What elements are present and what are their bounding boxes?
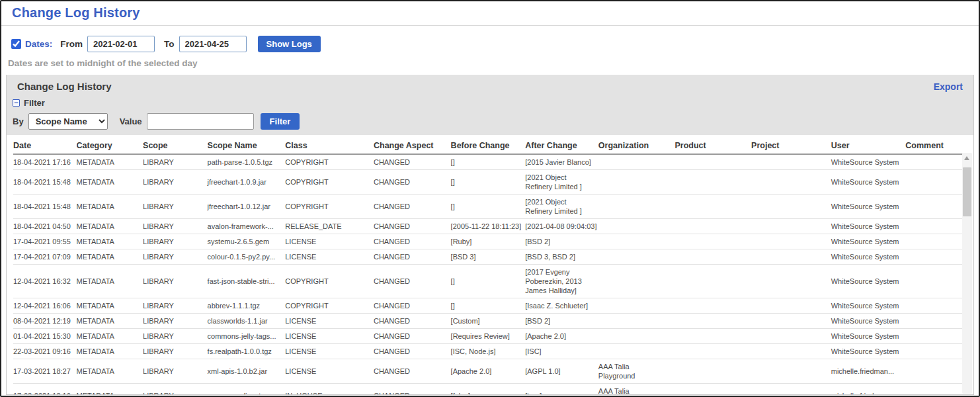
vertical-scrollbar[interactable] [962, 153, 972, 394]
column-header-scope[interactable]: Scope [143, 138, 208, 154]
filter-by-label: By [13, 116, 24, 126]
export-link[interactable]: Export [934, 81, 963, 92]
table-row[interactable]: 17-03-2021 18:27METADATALIBRARYxml-apis-… [13, 359, 971, 384]
table-row[interactable]: 17-04-2021 07:09METADATALIBRARYcolour-0.… [13, 249, 971, 265]
panel-title-row: Change Log History Export [13, 81, 963, 92]
cell-scope: LIBRARY [143, 384, 208, 395]
cell-comment [905, 298, 971, 314]
cell-product [674, 170, 751, 195]
dates-checkbox[interactable] [11, 39, 21, 49]
cell-category: METADATA [77, 359, 143, 384]
table-row[interactable]: 18-04-2021 15:48METADATALIBRARYjfreechar… [13, 195, 971, 219]
cell-project [751, 298, 831, 314]
cell-organization [598, 219, 675, 234]
dates-label: Dates: [25, 39, 52, 49]
column-header-class[interactable]: Class [285, 138, 374, 154]
cell-organization [598, 249, 675, 265]
page-title: Change Log History [12, 5, 968, 21]
from-label: From [60, 39, 83, 49]
cell-class: LICENSE [285, 249, 374, 265]
cell-scope: LIBRARY [143, 265, 208, 298]
cell-after_change: [true] [525, 384, 598, 395]
cell-before_change: [] [451, 154, 526, 170]
filter-value-input[interactable] [147, 113, 254, 130]
column-header-user[interactable]: User [831, 138, 906, 154]
table-row[interactable]: 01-04-2021 15:30METADATALIBRARYcommons-j… [13, 329, 971, 344]
cell-before_change: [Requires Review] [451, 329, 526, 344]
column-header-before_change[interactable]: Before Change [451, 138, 526, 154]
dates-row: Dates: From To Show Logs [8, 36, 968, 52]
column-header-product[interactable]: Product [674, 138, 751, 154]
cell-product [674, 344, 751, 359]
cell-scope_name: xml-apis-1.0.b2.jar [208, 359, 286, 384]
cell-class: RELEASE_DATE [285, 219, 374, 234]
cell-class: LICENSE [285, 314, 374, 329]
cell-organization [598, 154, 675, 170]
cell-category: METADATA [77, 265, 143, 298]
cell-project [751, 384, 831, 395]
cell-date: 12-04-2021 16:06 [13, 298, 77, 314]
cell-change_aspect: CHANGED [374, 344, 451, 359]
scroll-up-arrow-icon[interactable] [964, 156, 969, 160]
filter-controls-row: By Scope Name Value Filter [13, 113, 963, 130]
cell-project [751, 219, 831, 234]
cell-product [674, 249, 751, 265]
show-logs-button[interactable]: Show Logs [258, 36, 321, 52]
cell-user: WhiteSource System [831, 154, 906, 170]
cell-after_change: [AGPL 1.0] [525, 359, 598, 384]
to-label: To [164, 39, 175, 49]
table-row[interactable]: 12-04-2021 16:32METADATALIBRARYfast-json… [13, 265, 971, 298]
cell-before_change: [false] [451, 384, 526, 395]
cell-product [674, 298, 751, 314]
cell-comment [905, 359, 971, 384]
cell-product [674, 384, 751, 395]
cell-after_change: [2021 Object Refinery Limited ] [525, 170, 598, 195]
table-row[interactable]: 18-04-2021 15:48METADATALIBRARYjfreechar… [13, 170, 971, 195]
filter-button[interactable]: Filter [261, 113, 300, 130]
cell-class: LICENSE [285, 344, 374, 359]
table-row[interactable]: 12-04-2021 16:06METADATALIBRARYabbrev-1.… [13, 298, 971, 314]
cell-category: METADATA [77, 154, 143, 170]
cell-category: METADATA [77, 344, 143, 359]
table-row[interactable]: 17-04-2021 09:55METADATALIBRARYsystemu-2… [13, 234, 971, 249]
cell-organization [598, 195, 675, 219]
column-header-comment[interactable]: Comment [905, 138, 971, 154]
cell-comment [905, 219, 971, 234]
to-date-input[interactable] [179, 36, 247, 52]
column-header-category[interactable]: Category [77, 138, 143, 154]
column-header-project[interactable]: Project [751, 138, 831, 154]
cell-project [751, 234, 831, 249]
cell-scope: LIBRARY [143, 298, 208, 314]
cell-scope: LIBRARY [143, 314, 208, 329]
collapse-minus-icon[interactable]: − [13, 99, 20, 107]
column-header-date[interactable]: Date [13, 138, 77, 154]
cell-user: WhiteSource System [831, 249, 906, 265]
scrollbar-thumb[interactable] [963, 167, 971, 216]
column-header-after_change[interactable]: After Change [525, 138, 598, 154]
cell-before_change: [Ruby] [451, 234, 526, 249]
cell-user: WhiteSource System [831, 265, 906, 298]
cell-scope: LIBRARY [143, 344, 208, 359]
table-row[interactable]: 22-03-2021 09:16METADATALIBRARYfs.realpa… [13, 344, 971, 359]
filter-by-select[interactable]: Scope Name [28, 113, 108, 130]
cell-after_change: [2021-04-08 09:04:03] [525, 219, 598, 234]
cell-organization [598, 344, 675, 359]
cell-organization [598, 329, 675, 344]
table-row[interactable]: 08-04-2021 12:19METADATALIBRARYclassworl… [13, 314, 971, 329]
cell-after_change: [2017 Evgeny Poberezkin, 2013 James Hall… [525, 265, 598, 298]
column-header-scope_name[interactable]: Scope Name [208, 138, 286, 154]
table-row[interactable]: 18-04-2021 17:16METADATALIBRARYpath-pars… [13, 154, 971, 170]
cell-project [751, 314, 831, 329]
from-date-input[interactable] [87, 36, 155, 52]
column-header-change_aspect[interactable]: Change Aspect [374, 138, 451, 154]
table-row[interactable]: 18-04-2021 04:50METADATALIBRARYavalon-fr… [13, 219, 971, 234]
cell-change_aspect: CHANGED [374, 234, 451, 249]
cell-product [674, 359, 751, 384]
column-header-organization[interactable]: Organization [598, 138, 675, 154]
cell-user: michelle.friedman... [831, 359, 906, 384]
cell-comment [905, 249, 971, 265]
cell-product [674, 219, 751, 234]
cell-before_change: [Custom] [451, 314, 526, 329]
table-row[interactable]: 17-03-2021 18:16METADATALIBRARYcommons-d… [13, 384, 971, 395]
cell-change_aspect: CHANGED [374, 384, 451, 395]
